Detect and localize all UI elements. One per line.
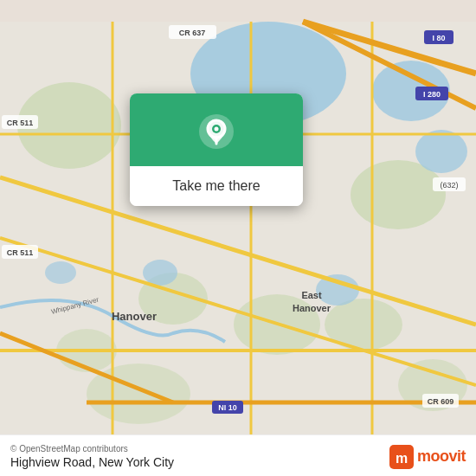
svg-text:(632): (632): [440, 181, 458, 190]
bottom-left: © OpenStreetMap contributors Highview Ro…: [10, 444, 174, 469]
moovit-logo: m moovit: [389, 445, 466, 469]
moovit-brand-text: moovit: [417, 447, 466, 466]
location-pin-icon: [197, 113, 235, 151]
map-container: CR 637 I 80 I 280 (632) CR 511 CR 511 Ha…: [0, 0, 476, 476]
svg-text:I 80: I 80: [432, 34, 445, 42]
svg-text:CR 511: CR 511: [7, 248, 34, 257]
svg-point-12: [143, 260, 177, 286]
svg-text:CR 609: CR 609: [428, 397, 454, 406]
svg-point-11: [415, 130, 467, 173]
bottom-bar: © OpenStreetMap contributors Highview Ro…: [0, 434, 476, 476]
location-label: Highview Road, New York City: [10, 455, 174, 469]
map-background: CR 637 I 80 I 280 (632) CR 511 CR 511 Ha…: [0, 0, 476, 476]
svg-text:CR 511: CR 511: [7, 119, 34, 127]
svg-text:I 280: I 280: [423, 90, 441, 99]
svg-point-53: [215, 127, 219, 132]
popup-card: Take me there: [130, 93, 303, 206]
svg-text:CR 637: CR 637: [179, 29, 206, 37]
svg-text:NI 10: NI 10: [218, 403, 237, 412]
moovit-brand-icon: m: [389, 445, 414, 469]
svg-text:East: East: [301, 290, 322, 300]
svg-text:m: m: [396, 451, 408, 466]
svg-point-14: [45, 261, 76, 284]
attribution-text: © OpenStreetMap contributors: [10, 444, 174, 453]
popup-header: [130, 93, 303, 166]
svg-text:Hanover: Hanover: [293, 303, 331, 313]
take-me-there-button[interactable]: Take me there: [130, 166, 303, 206]
svg-text:Hanover: Hanover: [112, 310, 157, 323]
